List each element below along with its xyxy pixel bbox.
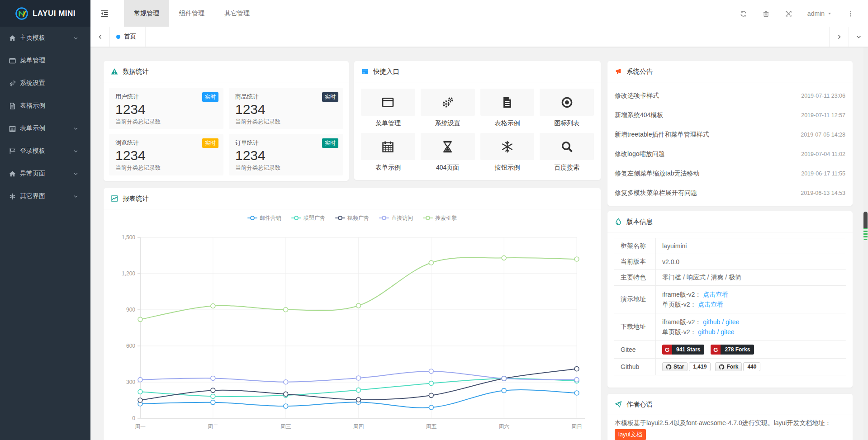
sidebar-menu: 主页模板菜单管理系统设置表格示例表单示例登录模板异常页面其它界面 bbox=[0, 27, 90, 208]
refresh-button[interactable] bbox=[732, 9, 755, 18]
stat-card-3[interactable]: 订单统计1234当前分类总记录数实时 bbox=[229, 134, 343, 175]
link-gitee[interactable]: gitee bbox=[721, 328, 734, 336]
github-star-count[interactable]: 1,419 bbox=[689, 362, 711, 371]
sidebar-item-0[interactable]: 主页模板 bbox=[0, 27, 90, 49]
panel-title: 快捷入口 bbox=[373, 67, 399, 76]
tabs-menu-button[interactable] bbox=[849, 27, 868, 47]
quick-entry-1[interactable]: 系统设置 bbox=[421, 89, 475, 128]
tab-home[interactable]: 首页 bbox=[110, 27, 146, 47]
link-github[interactable]: github bbox=[698, 328, 715, 336]
home-icon bbox=[9, 170, 16, 177]
link-gitee[interactable]: gitee bbox=[726, 318, 739, 326]
stat-value: 1234 bbox=[235, 101, 337, 118]
notice-title: 修复左侧菜单缩放tab无法移动 bbox=[615, 170, 699, 178]
tabs-scroll-right-button[interactable] bbox=[829, 27, 849, 47]
stat-card-0[interactable]: 用户统计1234当前分类总记录数实时 bbox=[109, 88, 223, 129]
legend-item-4[interactable]: 搜索引擎 bbox=[423, 214, 457, 222]
github-star-button[interactable]: Star bbox=[662, 362, 688, 371]
stat-card-2[interactable]: 浏览统计1234当前分类总记录数实时 bbox=[109, 134, 223, 175]
more-menu-button[interactable] bbox=[839, 9, 862, 18]
panel-report-stats: 报表统计 邮件营销联盟广告视频广告直接访问搜索引擎 03006009001,20… bbox=[104, 188, 601, 440]
svg-text:600: 600 bbox=[126, 343, 135, 349]
notice-date: 2019-07-04 11:02 bbox=[801, 151, 845, 157]
sidebar-item-label: 表格示例 bbox=[20, 102, 45, 110]
panel-quick-entry-header: 快捷入口 bbox=[354, 61, 601, 82]
legend-item-1[interactable]: 联盟广告 bbox=[291, 214, 325, 222]
version-row-label: 当前版本 bbox=[614, 254, 656, 270]
chevron-down-icon bbox=[73, 126, 78, 131]
sidebar-collapse-button[interactable] bbox=[90, 0, 119, 27]
quick-entry-label: 按钮示例 bbox=[480, 164, 535, 172]
layui-logo-icon bbox=[15, 7, 28, 20]
notice-row-0[interactable]: 修改选项卡样式2019-07-11 23:06 bbox=[615, 86, 845, 105]
author-words-body: 本模板基于layui2.5.4以及font-awesome-4.7.0进行实现。… bbox=[607, 415, 853, 440]
header-tab-2[interactable]: 其它管理 bbox=[214, 0, 260, 27]
link-github[interactable]: github bbox=[703, 318, 720, 326]
svg-text:900: 900 bbox=[126, 307, 135, 313]
quick-entry-7[interactable]: 百度搜索 bbox=[540, 133, 594, 172]
stat-card-1[interactable]: 商品统计1234当前分类总记录数实时 bbox=[229, 88, 343, 129]
svg-text:周二: 周二 bbox=[208, 423, 218, 430]
header-tab-0[interactable]: 常规管理 bbox=[124, 0, 169, 27]
sidebar-item-3[interactable]: 表格示例 bbox=[0, 95, 90, 117]
gitee-badge[interactable]: G941 Stars bbox=[662, 345, 704, 355]
chevron-down-icon bbox=[73, 194, 78, 199]
sidebar-item-5[interactable]: 登录模板 bbox=[0, 140, 90, 162]
legend-item-3[interactable]: 直接访问 bbox=[379, 214, 413, 222]
quick-entry-2[interactable]: 表格示例 bbox=[480, 89, 535, 128]
panel-report-stats-header: 报表统计 bbox=[104, 188, 601, 209]
legend-marker-icon bbox=[423, 218, 433, 218]
quick-entry-icon-box bbox=[540, 133, 594, 160]
ellipsis-vertical-icon bbox=[847, 10, 854, 17]
notice-row-4[interactable]: 修复左侧菜单缩放tab无法移动2019-06-17 11:55 bbox=[615, 164, 845, 183]
user-dropdown[interactable]: admin bbox=[800, 10, 839, 17]
sidebar-item-4[interactable]: 表单示例 bbox=[0, 117, 90, 140]
notice-row-1[interactable]: 新增系统404模板2019-07-11 12:57 bbox=[615, 105, 845, 125]
legend-label: 邮件营销 bbox=[260, 214, 281, 222]
notice-row-2[interactable]: 新增treetable插件和菜单管理样式2019-07-05 14:28 bbox=[615, 125, 845, 144]
link-点击查看[interactable]: 点击查看 bbox=[698, 301, 723, 308]
notice-row-5[interactable]: 修复多模块菜单栏展开有问题2019-06-13 14:53 bbox=[615, 183, 845, 203]
layui-doc-button[interactable]: layui文档 bbox=[615, 429, 646, 440]
sidebar-item-6[interactable]: 异常页面 bbox=[0, 162, 90, 185]
sidebar-item-2[interactable]: 系统设置 bbox=[0, 72, 90, 95]
quick-entry-icon-box bbox=[361, 89, 415, 116]
link-点击查看[interactable]: 点击查看 bbox=[703, 291, 728, 298]
github-fork-count[interactable]: 440 bbox=[743, 362, 760, 371]
version-row-label: 演示地址 bbox=[614, 286, 656, 313]
clear-cache-button[interactable] bbox=[755, 9, 778, 18]
version-row-6: GithubStar1,419Fork440 bbox=[614, 359, 846, 375]
top-header: 常规管理组件管理其它管理 admin bbox=[90, 0, 868, 27]
gitee-badge[interactable]: G278 Forks bbox=[711, 345, 754, 355]
sidebar-item-1[interactable]: 菜单管理 bbox=[0, 49, 90, 72]
page-scrollbar-track[interactable] bbox=[863, 47, 868, 440]
legend-label: 联盟广告 bbox=[304, 214, 325, 222]
sidebar-item-7[interactable]: 其它界面 bbox=[0, 185, 90, 208]
app-logo[interactable]: LAYUI MINI bbox=[0, 0, 90, 27]
quick-entry-5[interactable]: 404页面 bbox=[421, 133, 475, 172]
page-scrollbar-thumb[interactable] bbox=[863, 212, 868, 241]
panel-title: 系统公告 bbox=[626, 67, 653, 76]
caret-down-icon bbox=[827, 11, 832, 16]
notice-title: 修改选项卡样式 bbox=[615, 92, 659, 100]
quick-entry-icon-box bbox=[421, 89, 475, 116]
legend-item-2[interactable]: 视频广告 bbox=[335, 214, 369, 222]
quick-entry-4[interactable]: 表单示例 bbox=[361, 133, 415, 172]
notice-date: 2019-06-13 14:53 bbox=[801, 190, 845, 196]
version-value: layuimini bbox=[662, 242, 687, 250]
fullscreen-button[interactable] bbox=[778, 9, 800, 18]
quick-entry-3[interactable]: 图标列表 bbox=[540, 89, 594, 128]
legend-item-0[interactable]: 邮件营销 bbox=[247, 214, 281, 222]
quick-entry-0[interactable]: 菜单管理 bbox=[361, 89, 415, 128]
panel-author-words: 作者心语 本模板基于layui2.5.4以及font-awesome-4.7.0… bbox=[607, 394, 853, 440]
chevron-down-icon bbox=[73, 149, 78, 154]
version-row-label: 框架名称 bbox=[614, 238, 656, 254]
window-icon bbox=[361, 68, 369, 75]
github-fork-button[interactable]: Fork bbox=[715, 362, 742, 371]
tabs-scroll-left-button[interactable] bbox=[90, 27, 110, 47]
svg-text:周一: 周一 bbox=[135, 423, 146, 430]
header-tab-1[interactable]: 组件管理 bbox=[169, 0, 214, 27]
stat-desc: 当前分类总记录数 bbox=[115, 118, 217, 126]
notice-row-3[interactable]: 修改logo缩放问题2019-07-04 11:02 bbox=[615, 144, 845, 164]
quick-entry-6[interactable]: 按钮示例 bbox=[480, 133, 535, 172]
